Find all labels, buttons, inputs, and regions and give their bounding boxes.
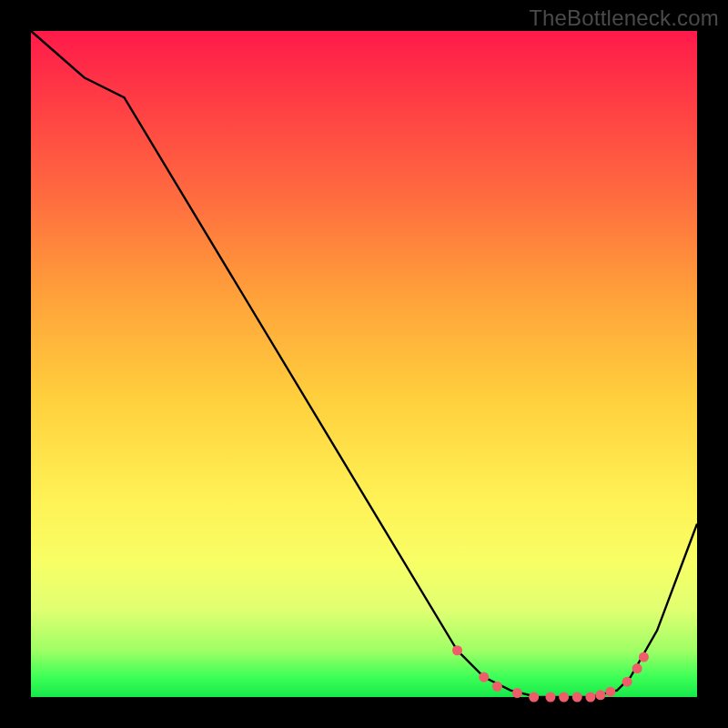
curve-markers: [452, 645, 649, 702]
curve-marker: [512, 688, 522, 698]
curve-marker: [639, 652, 649, 662]
plot-area: [31, 31, 697, 697]
curve-marker: [452, 645, 462, 655]
curve-marker: [559, 693, 569, 703]
curve-marker: [529, 693, 539, 703]
chart-frame: TheBottleneck.com: [0, 0, 728, 728]
bottleneck-curve: [31, 31, 697, 697]
watermark-text: TheBottleneck.com: [529, 5, 719, 31]
curve-marker: [545, 693, 555, 703]
curve-marker: [595, 690, 605, 700]
curve-marker: [605, 687, 615, 697]
curve-marker: [622, 677, 632, 687]
curve-marker: [632, 663, 642, 673]
chart-svg: [31, 31, 697, 697]
curve-marker: [585, 693, 595, 703]
curve-marker: [572, 693, 582, 703]
curve-marker: [479, 672, 489, 682]
curve-marker: [492, 682, 502, 692]
